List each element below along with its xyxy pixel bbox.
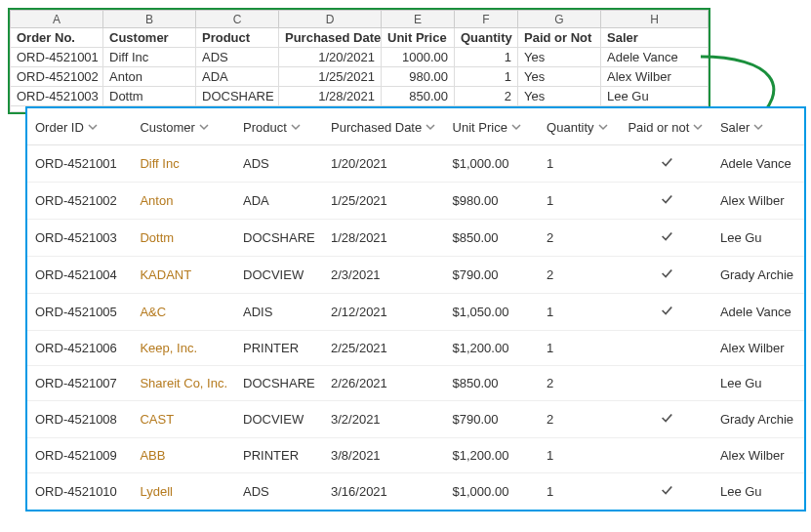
excel-header[interactable]: Customer	[103, 28, 196, 48]
cell-saler: Alex Wilber	[712, 183, 804, 220]
table-row[interactable]: ORD-4521010LydellADS3/16/2021$1,000.001L…	[27, 473, 804, 511]
table-row[interactable]: ORD-4521002AntonADA1/25/2021$980.001Alex…	[27, 183, 804, 220]
table-row[interactable]: ORD-4521007Shareit Co, Inc.DOCSHARE2/26/…	[27, 366, 804, 401]
cell-qty[interactable]: 1	[455, 67, 518, 87]
col-letter[interactable]: B	[103, 11, 196, 28]
table-row[interactable]: ORD-4521005A&CADIS2/12/2021$1,050.001Ade…	[27, 294, 804, 331]
column-label: Paid or not	[628, 120, 689, 135]
cell-paid	[620, 366, 711, 401]
cell-customer[interactable]: Lydell	[132, 473, 235, 511]
cell-order-id: ORD-4521006	[27, 331, 132, 366]
cell-product: DOCSHARE	[235, 366, 323, 401]
cell-qty: 1	[539, 183, 620, 220]
cell-price: $1,050.00	[445, 294, 540, 331]
cell-customer[interactable]: Dottm	[103, 87, 196, 106]
check-icon	[660, 194, 673, 209]
cell-saler: Lee Gu	[712, 220, 804, 257]
cell-customer[interactable]: KADANT	[132, 257, 235, 294]
cell-customer[interactable]: Diff Inc	[132, 145, 235, 183]
cell-customer[interactable]: Diff Inc	[103, 48, 196, 67]
cell-saler: Adele Vance	[712, 145, 804, 183]
chevron-down-icon	[511, 122, 521, 132]
excel-header[interactable]: Quantity	[455, 28, 518, 48]
column-header[interactable]: Order ID	[27, 108, 132, 145]
cell-date[interactable]: 1/25/2021	[279, 67, 382, 87]
cell-order-id: ORD-4521009	[27, 438, 132, 473]
excel-header[interactable]: Saler	[601, 28, 709, 48]
cell-customer[interactable]: Anton	[132, 183, 235, 220]
column-label: Customer	[140, 120, 194, 135]
cell-qty: 2	[539, 401, 620, 438]
table-row[interactable]: ORD-4521009ABBPRINTER3/8/2021$1,200.001A…	[27, 438, 804, 473]
cell-product[interactable]: ADA	[196, 67, 279, 87]
cell-order-id: ORD-4521002	[27, 183, 132, 220]
column-label: Unit Price	[453, 120, 507, 135]
table-row[interactable]: ORD-4521003DottmDOCSHARE1/28/2021$850.00…	[27, 220, 804, 257]
excel-header[interactable]: Unit Price	[382, 28, 455, 48]
cell-product[interactable]: ADS	[196, 48, 279, 67]
table-row[interactable]: ORD-4521008CASTDOCVIEW3/2/2021$790.002Gr…	[27, 401, 804, 438]
cell-customer[interactable]: A&C	[132, 294, 235, 331]
cell-qty: 1	[539, 331, 620, 366]
cell-customer[interactable]: Keep, Inc.	[132, 331, 235, 366]
cell-price: $1,200.00	[445, 331, 540, 366]
column-header[interactable]: Product	[235, 108, 323, 145]
cell-order[interactable]: ORD-4521001	[11, 48, 103, 67]
column-header[interactable]: Saler	[712, 108, 804, 145]
cell-date: 1/25/2021	[323, 183, 445, 220]
col-letter[interactable]: E	[382, 11, 455, 28]
cell-saler[interactable]: Lee Gu	[601, 87, 709, 106]
excel-header[interactable]: Purchased Date	[279, 28, 382, 48]
cell-qty[interactable]: 1	[455, 48, 518, 67]
column-header[interactable]: Unit Price	[445, 108, 540, 145]
cell-customer[interactable]: ABB	[132, 438, 235, 473]
cell-customer[interactable]: Shareit Co, Inc.	[132, 366, 235, 401]
excel-header[interactable]: Order No.	[11, 28, 103, 48]
column-header[interactable]: Customer	[132, 108, 235, 145]
column-header[interactable]: Purchased Date	[323, 108, 445, 145]
cell-saler[interactable]: Adele Vance	[601, 48, 709, 67]
cell-price[interactable]: 1000.00	[382, 48, 455, 67]
excel-header[interactable]: Product	[196, 28, 279, 48]
cell-paid[interactable]: Yes	[518, 67, 601, 87]
table-row[interactable]: ORD-4521004KADANTDOCVIEW2/3/2021$790.002…	[27, 257, 804, 294]
table-row[interactable]: ORD-4521006Keep, Inc.PRINTER2/25/2021$1,…	[27, 331, 804, 366]
col-letter[interactable]: C	[196, 11, 279, 28]
cell-qty: 1	[539, 294, 620, 331]
cell-product[interactable]: DOCSHARE	[196, 87, 279, 106]
cell-order-id: ORD-4521003	[27, 220, 132, 257]
cell-price: $850.00	[445, 366, 540, 401]
cell-price[interactable]: 850.00	[382, 87, 455, 106]
cell-date[interactable]: 1/28/2021	[279, 87, 382, 106]
cell-date: 2/3/2021	[323, 257, 445, 294]
col-letter[interactable]: D	[279, 11, 382, 28]
cell-order[interactable]: ORD-4521002	[11, 67, 103, 87]
col-letter[interactable]: H	[601, 11, 709, 28]
cell-customer[interactable]: CAST	[132, 401, 235, 438]
table-row[interactable]: ORD-4521001Diff IncADS1/20/2021$1,000.00…	[27, 145, 804, 183]
cell-paid[interactable]: Yes	[518, 48, 601, 67]
col-letter[interactable]: F	[455, 11, 518, 28]
cell-saler: Alex Wilber	[712, 438, 804, 473]
cell-customer[interactable]: Dottm	[132, 220, 235, 257]
cell-date: 2/25/2021	[323, 331, 445, 366]
excel-header[interactable]: Paid or Not	[518, 28, 601, 48]
check-icon	[660, 413, 673, 428]
col-letter[interactable]: A	[11, 11, 103, 28]
cell-paid[interactable]: Yes	[518, 87, 601, 106]
data-grid: Order IDCustomerProductPurchased DateUni…	[25, 106, 806, 512]
cell-price[interactable]: 980.00	[382, 67, 455, 87]
cell-paid	[620, 331, 711, 366]
col-letter[interactable]: G	[518, 11, 601, 28]
chevron-down-icon	[598, 122, 608, 132]
cell-date[interactable]: 1/20/2021	[279, 48, 382, 67]
cell-qty[interactable]: 2	[455, 87, 518, 106]
column-label: Order ID	[35, 120, 84, 135]
cell-order[interactable]: ORD-4521003	[11, 87, 103, 106]
cell-customer[interactable]: Anton	[103, 67, 196, 87]
column-header[interactable]: Quantity	[539, 108, 620, 145]
column-header[interactable]: Paid or not	[620, 108, 711, 145]
cell-saler[interactable]: Alex Wilber	[601, 67, 709, 87]
cell-product: DOCVIEW	[235, 257, 323, 294]
cell-paid	[620, 473, 711, 511]
